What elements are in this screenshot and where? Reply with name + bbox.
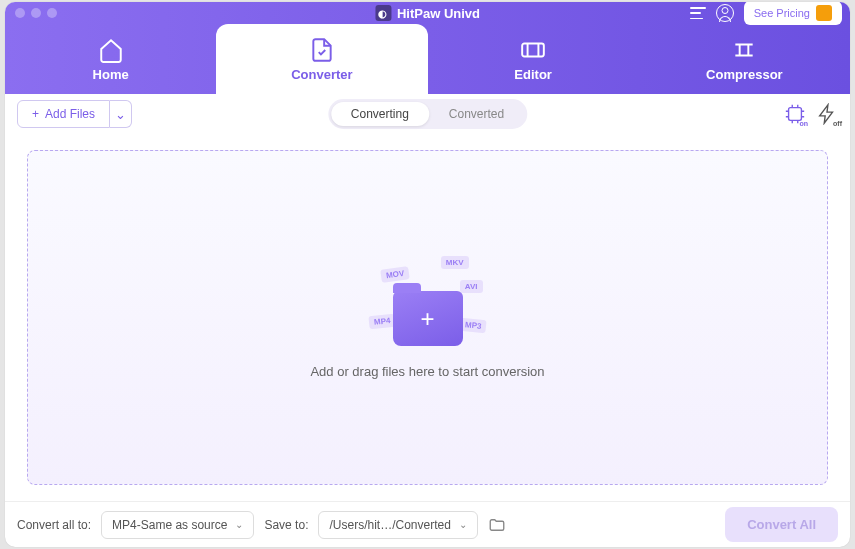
save-path-select[interactable]: /Users/hit…/Converted ⌄ xyxy=(318,511,477,539)
tab-converting[interactable]: Converting xyxy=(331,102,429,126)
nav-home[interactable]: Home xyxy=(5,24,216,94)
chip-mp4: MP4 xyxy=(368,314,396,330)
svg-rect-1 xyxy=(789,108,802,121)
save-to-label: Save to: xyxy=(264,518,308,532)
add-files-label: Add Files xyxy=(45,107,95,121)
app-logo-icon: ◐ xyxy=(375,5,391,21)
nav-label: Compressor xyxy=(706,67,783,82)
home-icon xyxy=(98,37,124,63)
editor-icon xyxy=(520,37,546,63)
chevron-down-icon: ⌄ xyxy=(115,107,126,122)
svg-rect-0 xyxy=(522,43,544,56)
chip-avi: AVI xyxy=(460,280,483,293)
app-window: ◐ HitPaw Univd See Pricing Home Converte… xyxy=(5,2,850,547)
chip-mp3: MP3 xyxy=(459,318,487,334)
folder-icon: + xyxy=(393,291,463,346)
user-icon[interactable] xyxy=(716,4,734,22)
tab-converted[interactable]: Converted xyxy=(429,102,524,126)
close-icon[interactable] xyxy=(15,8,25,18)
nav-label: Editor xyxy=(514,67,552,82)
app-title: HitPaw Univd xyxy=(397,6,480,21)
minimize-icon[interactable] xyxy=(31,8,41,18)
flame-icon xyxy=(816,5,832,21)
see-pricing-button[interactable]: See Pricing xyxy=(744,2,842,25)
plus-icon: + xyxy=(420,305,434,333)
status-tabs: Converting Converted xyxy=(328,99,527,129)
main-nav: Home Converter Editor Compressor xyxy=(5,24,850,94)
app-title-group: ◐ HitPaw Univd xyxy=(375,5,480,21)
nav-editor[interactable]: Editor xyxy=(428,24,639,94)
chevron-down-icon: ⌄ xyxy=(459,519,467,530)
chip-mov: MOV xyxy=(380,266,410,283)
format-value: MP4-Same as source xyxy=(112,518,227,532)
add-files-button[interactable]: + Add Files xyxy=(17,100,110,128)
hardware-accel-toggle[interactable]: on xyxy=(784,103,806,125)
dropzone[interactable]: MOV MKV AVI MP4 MP3 + Add or drag files … xyxy=(27,150,828,485)
content-area: MOV MKV AVI MP4 MP3 + Add or drag files … xyxy=(5,134,850,501)
footer: Convert all to: MP4-Same as source ⌄ Sav… xyxy=(5,501,850,547)
plus-icon: + xyxy=(32,107,39,121)
open-folder-icon[interactable] xyxy=(488,516,506,534)
hw-label: on xyxy=(799,120,808,127)
speed-label: off xyxy=(833,120,842,127)
titlebar: ◐ HitPaw Univd See Pricing xyxy=(5,2,850,24)
format-select[interactable]: MP4-Same as source ⌄ xyxy=(101,511,254,539)
nav-compressor[interactable]: Compressor xyxy=(639,24,850,94)
compressor-icon xyxy=(731,37,757,63)
dropzone-illustration: MOV MKV AVI MP4 MP3 + xyxy=(373,256,483,346)
dropzone-text: Add or drag files here to start conversi… xyxy=(310,364,544,379)
convert-all-to-label: Convert all to: xyxy=(17,518,91,532)
converter-icon xyxy=(309,37,335,63)
chevron-down-icon: ⌄ xyxy=(235,519,243,530)
nav-converter[interactable]: Converter xyxy=(216,24,427,94)
maximize-icon[interactable] xyxy=(47,8,57,18)
nav-label: Converter xyxy=(291,67,352,82)
chip-mkv: MKV xyxy=(441,256,469,269)
toolbar: + Add Files ⌄ Converting Converted on of… xyxy=(5,94,850,134)
add-files-dropdown[interactable]: ⌄ xyxy=(110,100,132,128)
save-path-value: /Users/hit…/Converted xyxy=(329,518,450,532)
pricing-label: See Pricing xyxy=(754,7,810,19)
speed-toggle[interactable]: off xyxy=(816,103,838,125)
nav-label: Home xyxy=(93,67,129,82)
add-files-group: + Add Files ⌄ xyxy=(17,100,132,128)
traffic-lights xyxy=(15,8,57,18)
menu-icon[interactable] xyxy=(690,7,706,19)
convert-all-button[interactable]: Convert All xyxy=(725,507,838,542)
